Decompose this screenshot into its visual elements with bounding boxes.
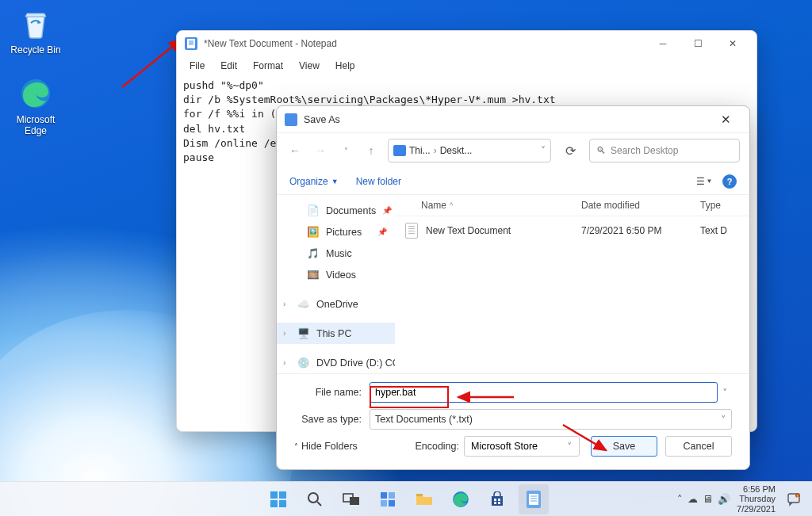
saveas-titlebar[interactable]: Save As ✕ <box>277 106 749 133</box>
clock-time: 6:56 PM <box>737 484 776 494</box>
view-mode-button[interactable]: ☰ ▼ <box>692 173 716 190</box>
svg-rect-17 <box>389 492 395 499</box>
refresh-button[interactable]: ⟳ <box>559 143 581 159</box>
column-date[interactable]: Date modified <box>581 200 700 211</box>
organize-button[interactable]: Organize▼ <box>289 176 339 187</box>
svg-rect-9 <box>279 491 286 499</box>
hide-folders-button[interactable]: ˄Hide Folders <box>294 441 358 452</box>
desktop-icon-label: Microsoft Edge <box>6 114 65 136</box>
menu-help[interactable]: Help <box>329 59 362 73</box>
volume-tray-icon[interactable]: 🔊 <box>718 493 730 505</box>
chevron-up-icon[interactable]: ˄ <box>677 493 683 505</box>
breadcrumb[interactable]: Thi... › Deskt... ˅ <box>388 139 551 162</box>
notepad-titlebar[interactable]: *New Text Document - Notepad ─ ☐ ✕ <box>177 31 756 56</box>
maximize-button[interactable]: ☐ <box>682 32 714 55</box>
notepad-taskbar-button[interactable] <box>519 484 549 514</box>
edge-button[interactable] <box>446 484 476 514</box>
svg-rect-22 <box>494 499 496 501</box>
notepad-menubar: File Edit Format View Help <box>177 56 756 75</box>
clock-date: 7/29/2021 <box>737 504 776 514</box>
sidebar-item-pictures[interactable]: 🖼️ Pictures 📌 <box>277 221 395 243</box>
save-button[interactable]: Save <box>591 436 657 457</box>
documents-icon: 📄 <box>307 204 320 217</box>
close-button[interactable]: ✕ <box>717 32 749 55</box>
encoding-combo[interactable]: Microsoft Store ˅ <box>464 436 580 457</box>
chevron-right-icon[interactable]: › <box>283 300 285 308</box>
thispc-icon <box>393 145 406 156</box>
filename-input[interactable] <box>370 382 718 403</box>
new-folder-button[interactable]: New folder <box>356 176 401 187</box>
search-input[interactable]: 🔍︎ Search Desktop <box>589 139 740 162</box>
svg-rect-23 <box>498 499 500 501</box>
file-row[interactable]: New Text Document 7/29/2021 6:50 PM Text… <box>396 216 749 245</box>
chevron-right-icon[interactable]: › <box>283 358 285 367</box>
menu-format[interactable]: Format <box>247 59 289 73</box>
svg-rect-27 <box>529 494 538 505</box>
savetype-combo[interactable]: Text Documents (*.txt) ˅ <box>370 409 732 430</box>
widgets-button[interactable] <box>373 484 403 514</box>
taskbar-clock[interactable]: 6:56 PM Thursday 7/29/2021 <box>737 484 776 513</box>
file-list: Name ^ Date modified Type New Text Docum… <box>396 195 749 373</box>
svg-rect-15 <box>350 497 359 505</box>
saveas-toolbar: Organize▼ New folder ☰ ▼ ? <box>277 168 749 195</box>
nav-back-button[interactable]: ← <box>286 144 304 157</box>
column-type[interactable]: Type <box>700 200 740 211</box>
menu-view[interactable]: View <box>293 59 326 73</box>
svg-rect-8 <box>270 491 278 499</box>
menu-edit[interactable]: Edit <box>214 59 243 73</box>
desktop-icon-edge[interactable]: Microsoft Edge <box>6 76 65 136</box>
saveas-bottom-panel: File name: ˅ Save as type: Text Document… <box>277 373 749 469</box>
sidebar-item-documents[interactable]: 📄 Documents 📌 <box>277 200 395 221</box>
sidebar-item-videos[interactable]: 🎞️ Videos <box>277 264 395 285</box>
svg-rect-11 <box>279 500 286 507</box>
svg-rect-19 <box>389 500 395 506</box>
search-button[interactable] <box>300 484 330 514</box>
display-tray-icon[interactable]: 🖥 <box>703 493 713 505</box>
recycle-bin-icon <box>18 6 53 41</box>
clock-day: Thursday <box>737 494 776 503</box>
cancel-button[interactable]: Cancel <box>665 436 732 457</box>
minimize-button[interactable]: ─ <box>647 32 679 55</box>
svg-rect-25 <box>498 502 500 504</box>
nav-forward-button[interactable]: → <box>312 144 329 157</box>
taskview-button[interactable] <box>336 484 366 514</box>
explorer-button[interactable] <box>409 484 439 514</box>
breadcrumb-seg[interactable]: Deskt... <box>440 145 473 156</box>
sidebar-item-music[interactable]: 🎵 Music <box>277 243 395 264</box>
chevron-down-icon[interactable]: ˅ <box>541 145 546 156</box>
pin-icon: 📌 <box>377 227 387 236</box>
menu-file[interactable]: File <box>183 59 211 73</box>
desktop-icon-recycle-bin[interactable]: Recycle Bin <box>6 6 65 55</box>
sidebar-item-thispc[interactable]: › 🖥️ This PC <box>277 323 395 344</box>
svg-rect-20 <box>416 494 423 496</box>
help-button[interactable]: ? <box>722 174 737 189</box>
breadcrumb-seg[interactable]: Thi... <box>409 145 431 156</box>
chevron-down-icon: ˅ <box>567 441 573 453</box>
chevron-right-icon[interactable]: › <box>283 329 285 338</box>
svg-text:1: 1 <box>797 493 799 498</box>
dvd-icon: 💿 <box>297 357 310 369</box>
column-name[interactable]: Name <box>421 200 446 211</box>
sidebar-item-dvd[interactable]: › 💿 DVD Drive (D:) CC <box>277 352 395 373</box>
taskbar: ˄ ☁ 🖥 🔊 6:56 PM Thursday 7/29/2021 1 <box>0 481 812 516</box>
nav-recent-button[interactable]: ˅ <box>337 147 354 155</box>
pin-icon: 📌 <box>382 206 392 215</box>
system-tray[interactable]: ˄ ☁ 🖥 🔊 <box>677 493 730 505</box>
notification-button[interactable]: 1 <box>782 484 806 514</box>
chevron-down-icon[interactable]: ˅ <box>718 387 732 399</box>
chevron-right-icon: › <box>434 145 437 156</box>
pictures-icon: 🖼️ <box>307 226 320 239</box>
nav-up-button[interactable]: ↑ <box>362 144 380 157</box>
start-button[interactable] <box>263 484 293 514</box>
saveas-app-icon <box>285 113 297 126</box>
edge-icon <box>18 76 53 111</box>
notepad-title: *New Text Document - Notepad <box>204 38 647 49</box>
close-button[interactable]: ✕ <box>710 109 741 131</box>
encoding-label: Encoding: <box>415 441 459 452</box>
store-button[interactable] <box>482 484 512 514</box>
onedrive-tray-icon[interactable]: ☁ <box>688 493 698 505</box>
svg-rect-24 <box>494 502 496 504</box>
file-type: Text D <box>700 225 740 236</box>
sidebar-item-onedrive[interactable]: › ☁️ OneDrive <box>277 293 395 315</box>
svg-rect-16 <box>381 492 387 499</box>
